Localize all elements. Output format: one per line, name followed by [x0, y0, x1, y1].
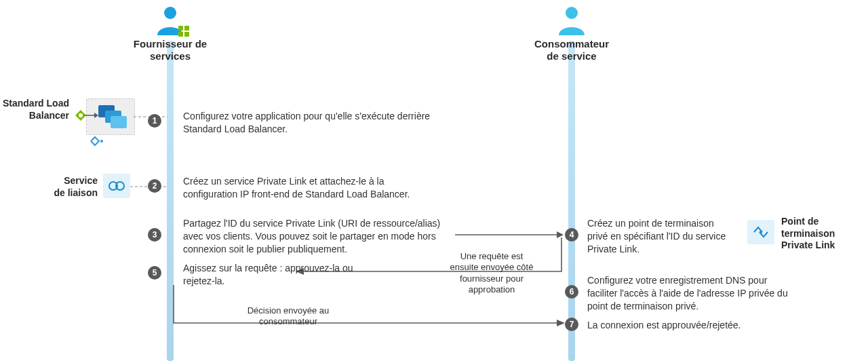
- tile-private-endpoint: [747, 220, 774, 244]
- svg-point-0: [164, 7, 176, 19]
- svg-rect-4: [184, 32, 189, 37]
- servers-grid-icon: [178, 26, 191, 38]
- actor-provider-label: Fournisseur de services: [125, 38, 215, 62]
- step-4-text: Créez un point de terminaison privé en s…: [587, 217, 736, 256]
- step-6-circle: 6: [565, 285, 578, 299]
- private-endpoint-icon: [751, 225, 770, 240]
- svg-point-13: [100, 140, 103, 142]
- private-link-service-mini-icon: [90, 136, 106, 147]
- lifeline-consumer: [568, 41, 575, 361]
- svg-rect-8: [111, 116, 127, 128]
- step-7-text: La connexion est approuvée/rejetée.: [587, 319, 811, 332]
- step-1-text: Configurez votre application pour qu'ell…: [183, 110, 468, 136]
- svg-point-20: [760, 231, 762, 233]
- svg-marker-22: [557, 320, 565, 326]
- svg-rect-1: [178, 26, 183, 31]
- arrow-label-decision: Décision envoyée au consommateur: [231, 305, 346, 328]
- actor-provider: Fournisseur de services: [125, 5, 215, 62]
- label-link-service: Service de liaison: [38, 175, 98, 199]
- step-7-circle: 7: [565, 318, 578, 331]
- consumer-person-icon: [556, 5, 587, 35]
- svg-rect-3: [178, 32, 183, 37]
- arrow-into-rg: [85, 112, 98, 119]
- svg-point-10: [79, 113, 83, 117]
- lifeline-provider: [167, 41, 174, 361]
- step-1-circle: 1: [148, 114, 161, 128]
- private-link-service-icon: [107, 178, 126, 194]
- step-5-text: Agissez sur la requête : approuvez-la ou…: [183, 262, 359, 288]
- vm-group-icon: [98, 105, 127, 128]
- private-link-workflow-diagram: Fournisseur de services Consommateur de …: [0, 0, 868, 361]
- svg-marker-12: [94, 113, 98, 118]
- tile-private-link-service: [103, 174, 130, 198]
- actor-consumer: Consommateur de service: [524, 5, 619, 62]
- step-3-circle: 3: [148, 228, 161, 242]
- svg-rect-2: [184, 26, 189, 31]
- actor-consumer-label: Consommateur de service: [524, 38, 619, 62]
- label-standard-load-balancer: Standard Load Balancer: [0, 98, 69, 121]
- step-5-circle: 5: [148, 266, 161, 280]
- step-2-circle: 2: [148, 179, 161, 193]
- label-private-endpoint: Point de terminaison Private Link: [781, 216, 856, 252]
- step-2-text: Créez un service Private Link et attache…: [183, 175, 427, 201]
- svg-point-5: [566, 7, 578, 19]
- step-6-text: Configurez votre enregistrement DNS pour…: [587, 274, 797, 313]
